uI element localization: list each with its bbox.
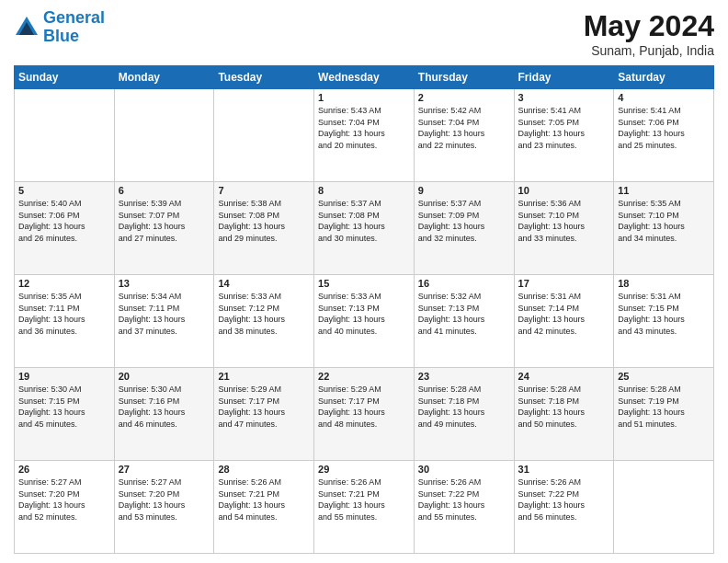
calendar-cell: 23Sunrise: 5:28 AM Sunset: 7:18 PM Dayli…: [414, 368, 514, 461]
cell-info: Sunrise: 5:42 AM Sunset: 7:04 PM Dayligh…: [418, 105, 510, 151]
cell-info: Sunrise: 5:31 AM Sunset: 7:15 PM Dayligh…: [618, 291, 710, 337]
calendar-week-row: 12Sunrise: 5:35 AM Sunset: 7:11 PM Dayli…: [15, 275, 714, 368]
calendar-cell: 19Sunrise: 5:30 AM Sunset: 7:15 PM Dayli…: [15, 368, 115, 461]
day-number: 25: [618, 371, 710, 382]
calendar-cell: [114, 89, 214, 182]
day-number: 11: [618, 185, 710, 196]
cell-info: Sunrise: 5:28 AM Sunset: 7:18 PM Dayligh…: [418, 384, 510, 430]
calendar-cell: 28Sunrise: 5:26 AM Sunset: 7:21 PM Dayli…: [214, 461, 314, 554]
cell-info: Sunrise: 5:34 AM Sunset: 7:11 PM Dayligh…: [119, 291, 210, 337]
calendar-cell: 12Sunrise: 5:35 AM Sunset: 7:11 PM Dayli…: [15, 275, 115, 368]
day-number: 2: [418, 92, 510, 103]
day-number: 23: [418, 371, 510, 382]
calendar-cell: [15, 89, 115, 182]
title-block: May 2024 Sunam, Punjab, India: [584, 9, 714, 58]
logo-blue: Blue: [43, 27, 79, 45]
cell-info: Sunrise: 5:28 AM Sunset: 7:18 PM Dayligh…: [518, 384, 610, 430]
cell-info: Sunrise: 5:41 AM Sunset: 7:06 PM Dayligh…: [618, 105, 710, 151]
day-number: 9: [418, 185, 510, 196]
day-number: 28: [218, 464, 310, 475]
month-title: May 2024: [584, 9, 714, 43]
calendar-cell: 4Sunrise: 5:41 AM Sunset: 7:06 PM Daylig…: [614, 89, 714, 182]
page: General Blue May 2024 Sunam, Punjab, Ind…: [0, 0, 728, 563]
day-number: 18: [618, 278, 710, 289]
cell-info: Sunrise: 5:33 AM Sunset: 7:13 PM Dayligh…: [318, 291, 410, 337]
day-number: 27: [119, 464, 210, 475]
calendar-cell: 21Sunrise: 5:29 AM Sunset: 7:17 PM Dayli…: [214, 368, 314, 461]
cell-info: Sunrise: 5:32 AM Sunset: 7:13 PM Dayligh…: [418, 291, 510, 337]
calendar-cell: 13Sunrise: 5:34 AM Sunset: 7:11 PM Dayli…: [114, 275, 214, 368]
cell-info: Sunrise: 5:43 AM Sunset: 7:04 PM Dayligh…: [318, 105, 410, 151]
cell-info: Sunrise: 5:28 AM Sunset: 7:19 PM Dayligh…: [618, 384, 710, 430]
cell-info: Sunrise: 5:39 AM Sunset: 7:07 PM Dayligh…: [119, 198, 210, 244]
calendar-cell: 29Sunrise: 5:26 AM Sunset: 7:21 PM Dayli…: [314, 461, 415, 554]
calendar-cell: 15Sunrise: 5:33 AM Sunset: 7:13 PM Dayli…: [314, 275, 415, 368]
calendar-cell: 16Sunrise: 5:32 AM Sunset: 7:13 PM Dayli…: [414, 275, 514, 368]
header: General Blue May 2024 Sunam, Punjab, Ind…: [14, 9, 714, 58]
cell-info: Sunrise: 5:27 AM Sunset: 7:20 PM Dayligh…: [119, 477, 210, 523]
weekday-header: Thursday: [414, 66, 514, 89]
calendar-cell: 14Sunrise: 5:33 AM Sunset: 7:12 PM Dayli…: [214, 275, 314, 368]
day-number: 1: [318, 92, 410, 103]
day-number: 6: [119, 185, 210, 196]
cell-info: Sunrise: 5:31 AM Sunset: 7:14 PM Dayligh…: [518, 291, 610, 337]
calendar-week-row: 1Sunrise: 5:43 AM Sunset: 7:04 PM Daylig…: [15, 89, 714, 182]
logo-general: General: [43, 8, 105, 27]
cell-info: Sunrise: 5:35 AM Sunset: 7:11 PM Dayligh…: [18, 291, 110, 337]
cell-info: Sunrise: 5:27 AM Sunset: 7:20 PM Dayligh…: [18, 477, 110, 523]
day-number: 13: [119, 278, 210, 289]
day-number: 31: [518, 464, 610, 475]
day-number: 4: [618, 92, 710, 103]
calendar-cell: 25Sunrise: 5:28 AM Sunset: 7:19 PM Dayli…: [614, 368, 714, 461]
logo-icon: [14, 15, 40, 40]
weekday-header: Saturday: [614, 66, 714, 89]
day-number: 20: [119, 371, 210, 382]
calendar-cell: 9Sunrise: 5:37 AM Sunset: 7:09 PM Daylig…: [414, 182, 514, 275]
calendar-cell: [614, 461, 714, 554]
calendar-week-row: 26Sunrise: 5:27 AM Sunset: 7:20 PM Dayli…: [15, 461, 714, 554]
cell-info: Sunrise: 5:41 AM Sunset: 7:05 PM Dayligh…: [518, 105, 610, 151]
cell-info: Sunrise: 5:37 AM Sunset: 7:09 PM Dayligh…: [418, 198, 510, 244]
logo: General Blue: [14, 9, 105, 46]
cell-info: Sunrise: 5:37 AM Sunset: 7:08 PM Dayligh…: [318, 198, 410, 244]
day-number: 24: [518, 371, 610, 382]
day-number: 21: [218, 371, 310, 382]
weekday-header: Tuesday: [214, 66, 314, 89]
calendar-cell: 22Sunrise: 5:29 AM Sunset: 7:17 PM Dayli…: [314, 368, 415, 461]
cell-info: Sunrise: 5:36 AM Sunset: 7:10 PM Dayligh…: [518, 198, 610, 244]
calendar-week-row: 5Sunrise: 5:40 AM Sunset: 7:06 PM Daylig…: [15, 182, 714, 275]
calendar-cell: 18Sunrise: 5:31 AM Sunset: 7:15 PM Dayli…: [614, 275, 714, 368]
calendar-cell: 31Sunrise: 5:26 AM Sunset: 7:22 PM Dayli…: [514, 461, 614, 554]
day-number: 14: [218, 278, 310, 289]
day-number: 3: [518, 92, 610, 103]
weekday-header: Monday: [114, 66, 214, 89]
calendar-cell: [214, 89, 314, 182]
cell-info: Sunrise: 5:35 AM Sunset: 7:10 PM Dayligh…: [618, 198, 710, 244]
day-number: 5: [18, 185, 110, 196]
calendar-cell: 26Sunrise: 5:27 AM Sunset: 7:20 PM Dayli…: [15, 461, 115, 554]
calendar-cell: 2Sunrise: 5:42 AM Sunset: 7:04 PM Daylig…: [414, 89, 514, 182]
cell-info: Sunrise: 5:30 AM Sunset: 7:16 PM Dayligh…: [119, 384, 210, 430]
day-number: 10: [518, 185, 610, 196]
day-number: 29: [318, 464, 410, 475]
cell-info: Sunrise: 5:29 AM Sunset: 7:17 PM Dayligh…: [218, 384, 310, 430]
calendar-cell: 27Sunrise: 5:27 AM Sunset: 7:20 PM Dayli…: [114, 461, 214, 554]
day-number: 17: [518, 278, 610, 289]
calendar-cell: 24Sunrise: 5:28 AM Sunset: 7:18 PM Dayli…: [514, 368, 614, 461]
day-number: 7: [218, 185, 310, 196]
day-number: 8: [318, 185, 410, 196]
calendar-cell: 10Sunrise: 5:36 AM Sunset: 7:10 PM Dayli…: [514, 182, 614, 275]
calendar-cell: 1Sunrise: 5:43 AM Sunset: 7:04 PM Daylig…: [314, 89, 415, 182]
day-number: 12: [18, 278, 110, 289]
calendar-cell: 6Sunrise: 5:39 AM Sunset: 7:07 PM Daylig…: [114, 182, 214, 275]
day-number: 30: [418, 464, 510, 475]
cell-info: Sunrise: 5:30 AM Sunset: 7:15 PM Dayligh…: [18, 384, 110, 430]
weekday-header: Wednesday: [314, 66, 415, 89]
cell-info: Sunrise: 5:40 AM Sunset: 7:06 PM Dayligh…: [18, 198, 110, 244]
cell-info: Sunrise: 5:29 AM Sunset: 7:17 PM Dayligh…: [318, 384, 410, 430]
weekday-header: Friday: [514, 66, 614, 89]
cell-info: Sunrise: 5:26 AM Sunset: 7:22 PM Dayligh…: [518, 477, 610, 523]
calendar: SundayMondayTuesdayWednesdayThursdayFrid…: [14, 65, 714, 554]
calendar-cell: 17Sunrise: 5:31 AM Sunset: 7:14 PM Dayli…: [514, 275, 614, 368]
day-number: 22: [318, 371, 410, 382]
